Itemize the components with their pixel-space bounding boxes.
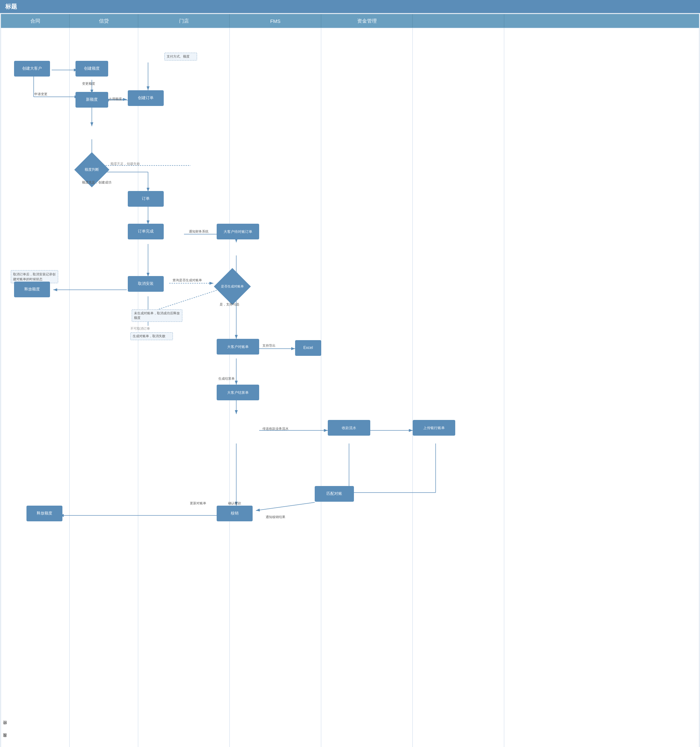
label-transfer-receive: 传送收款业务流水	[262, 426, 288, 431]
lane-extra	[413, 28, 504, 747]
label-notify-match: 通知核销结果	[266, 515, 285, 519]
lane-fund	[321, 28, 413, 747]
node-settlement: 大客户结算单	[217, 385, 259, 400]
node-write-off: 核销	[217, 506, 253, 521]
label-generate-settlement: 生成结算单	[218, 377, 235, 381]
header-col-5	[413, 14, 504, 28]
note-no-generate: 未生成对账单，取消成功后释放额度	[132, 309, 183, 322]
node-release-quota-2: 释放额度	[26, 506, 62, 521]
label-cancel-irrevocable: 不可取消订单	[130, 327, 150, 331]
node-customer-bill: 大客户对账单	[217, 339, 259, 355]
label-quota-sufficient: 额度充足，创建成功	[82, 180, 112, 185]
header-col-2: 门店	[138, 14, 230, 28]
header-row: 合同 信贷 门店 FMS 资金管理	[1, 14, 699, 28]
label-confirm-receive: 确认收款	[228, 501, 241, 506]
content-area: 创建大客户 创建额度 变更额度 新额度 申请变更	[1, 28, 699, 747]
node-order: 订单	[128, 191, 164, 207]
header-col-1: 信贷	[69, 14, 138, 28]
header-col-3: FMS	[230, 14, 321, 28]
label-apply-change: 申请变更	[34, 92, 47, 97]
note-cancel: 取消订单后，取消安装记录创建对账单的时候状态	[11, 270, 58, 283]
node-create-quota: 创建额度	[75, 61, 108, 77]
node-matching: 匹配对账	[315, 486, 354, 502]
label-update-bill: 更新对账单	[190, 501, 206, 506]
page-title: 标题	[5, 3, 17, 11]
lane-store	[138, 28, 230, 747]
node-upload-bank: 上传银行账单	[413, 420, 455, 435]
node-customer-pending: 大客户待对账订单	[217, 224, 259, 239]
page-container: 标题 合同 信贷 门店 FMS 资金管理	[0, 0, 700, 747]
node-new-quota: 新额度	[75, 92, 108, 107]
label-change-quota: 变更额度	[82, 82, 95, 86]
note-generate-cancel: 生成对账单，取消失败	[130, 332, 173, 340]
label-query-generate: 查询是否生成对账单	[172, 278, 202, 283]
node-cancel-order: 取消安装	[128, 276, 164, 292]
label-yes-support: 是，支持勾选	[220, 302, 239, 307]
node-release-quota-1: 释放额度	[14, 281, 50, 297]
node-order-complete: 订单完成	[128, 224, 164, 239]
main-container: 合同 信贷 门店 FMS 资金管理	[1, 14, 699, 747]
title-bar: 标题	[0, 0, 700, 13]
node-receive-flow: 收款流水	[328, 420, 370, 435]
note-payment: 支付方式、额度	[164, 53, 197, 60]
header-col-0: 合同	[1, 14, 69, 28]
label-notify-finance: 通知财务系统	[189, 229, 208, 234]
lane-credit	[69, 28, 138, 747]
header-col-4: 资金管理	[321, 14, 413, 28]
node-create-customer: 创建大客户	[14, 61, 50, 77]
label-export: 支持导出	[262, 343, 276, 348]
node-excel: Excel	[295, 340, 321, 356]
node-create-order: 创建订单	[128, 90, 164, 106]
lane-contract	[1, 28, 69, 747]
label-apply-quota: 占用额度	[109, 97, 122, 101]
label-quota-insufficient: 额度不足，创建失败	[110, 162, 140, 166]
